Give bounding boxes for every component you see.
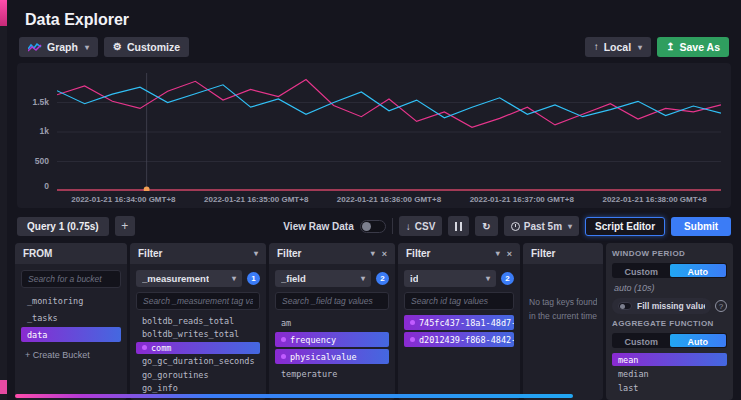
help-icon[interactable]: ?	[715, 300, 727, 312]
bucket-item[interactable]: _monitoring	[21, 293, 121, 308]
filter-header[interactable]: Filter ▾ ×	[398, 243, 520, 264]
filter-title: Filter	[406, 248, 430, 259]
time-range-dropdown[interactable]: Past 5m ▾	[504, 216, 579, 236]
bucket-item-selected[interactable]: data	[21, 327, 121, 342]
x-tick: 2022-01-21 16:36:00 GMT+8	[323, 195, 456, 204]
selected-count-badge: 2	[376, 272, 389, 285]
save-as-button[interactable]: ↥ Save As	[657, 37, 729, 57]
filter-title: Filter	[138, 248, 162, 259]
download-csv-button[interactable]: ↓ CSV	[399, 216, 443, 236]
chart-panel: 1.5k 1k 500 0 2022-01-21 16:34:00 GMT+8 …	[17, 63, 731, 208]
measurement-search-input[interactable]	[136, 292, 260, 310]
arrow-up-icon: ↑	[594, 42, 599, 52]
download-icon: ↓	[406, 221, 411, 232]
window-custom-button[interactable]: Custom	[613, 264, 670, 277]
tag-value-item-selected[interactable]: physicalvalue	[275, 349, 389, 364]
tag-value-item-selected[interactable]: frequency	[275, 332, 389, 347]
chevron-down-icon: ▾	[638, 43, 642, 52]
csv-label: CSV	[415, 221, 436, 232]
window-period-hint: auto (10s)	[612, 283, 727, 293]
toggle-knob	[362, 222, 371, 231]
query-tab[interactable]: Query 1 (0.75s)	[17, 217, 109, 236]
tag-key-dropdown[interactable]: _measurement ▾	[136, 270, 242, 287]
pause-button[interactable]	[448, 216, 469, 236]
chevron-down-icon: ▾	[486, 274, 490, 283]
selection-dot	[281, 354, 286, 359]
aggregate-auto-button[interactable]: Auto	[670, 334, 727, 347]
visualization-type-dropdown[interactable]: Graph ▾	[19, 37, 98, 57]
toggle-knob	[620, 304, 625, 309]
aggregate-custom-button[interactable]: Custom	[613, 334, 670, 347]
selection-dot	[142, 345, 147, 350]
selected-count-badge: 2	[501, 272, 514, 285]
chevron-down-icon[interactable]: ▾	[254, 249, 258, 258]
tag-key-dropdown[interactable]: id ▾	[404, 270, 496, 287]
chevron-down-icon[interactable]: ▾	[371, 249, 375, 258]
tag-value-item[interactable]: go_info	[136, 383, 260, 395]
query-builder: FROM _monitoring _tasks data + Create Bu…	[7, 241, 741, 400]
tag-value-item-selected[interactable]: 745fc437-18a1-48d7-98a6-7…	[404, 315, 514, 330]
scope-dropdown[interactable]: ↑ Local ▾	[585, 37, 651, 57]
horizontal-scrollbar[interactable]	[15, 394, 573, 398]
aggregate-function-label: AGGREGATE FUNCTION	[612, 319, 727, 328]
x-tick: 2022-01-21 16:37:00 GMT+8	[455, 195, 588, 204]
filter-panel-id: Filter ▾ × id ▾ 2	[398, 243, 520, 400]
tag-value-item[interactable]: boltdb_reads_total	[136, 315, 260, 327]
tag-value-item-selected[interactable]: comm	[136, 342, 260, 354]
bucket-search-input[interactable]	[21, 270, 121, 288]
refresh-icon: ↻	[482, 221, 490, 232]
selection-dot	[281, 337, 286, 342]
aggregate-segmented: Custom Auto	[612, 333, 727, 348]
filter-title: Filter	[531, 248, 555, 259]
main-area: Data Explorer Graph ▾ ⚙ Customize	[7, 0, 741, 400]
tag-value-item[interactable]: go_gc_duration_seconds	[136, 356, 260, 368]
tag-value-item-selected[interactable]: d2012439-f868-4842-bfef-8…	[404, 332, 514, 347]
toggle-icon	[618, 302, 632, 310]
filter-header[interactable]: Filter ▾ ×	[269, 243, 395, 264]
from-title: FROM	[23, 248, 52, 259]
selection-dot	[410, 320, 415, 325]
tag-value-item[interactable]: go_goroutines	[136, 369, 260, 381]
submit-button[interactable]: Submit	[671, 217, 731, 236]
save-as-label: Save As	[680, 41, 720, 53]
nav-rail[interactable]	[0, 0, 7, 400]
x-tick: 2022-01-21 16:35:00 GMT+8	[190, 195, 323, 204]
page-title: Data Explorer	[7, 0, 741, 31]
filter-header[interactable]: Filter ▾	[130, 243, 266, 264]
selected-count-badge: 1	[247, 272, 260, 285]
function-item[interactable]: last	[612, 382, 727, 394]
window-auto-button[interactable]: Auto	[670, 264, 727, 277]
app-window: Data Explorer Graph ▾ ⚙ Customize	[0, 0, 741, 400]
tag-value-item[interactable]: am	[275, 315, 389, 330]
window-period-label: WINDOW PERIOD	[612, 249, 727, 258]
filter-header[interactable]: Filter	[523, 243, 603, 264]
chevron-down-icon: ▾	[232, 274, 236, 283]
script-editor-button[interactable]: Script Editor	[585, 217, 665, 236]
fill-missing-values-toggle[interactable]: Fill missing values	[612, 298, 711, 314]
bucket-item[interactable]: _tasks	[21, 310, 121, 325]
clock-icon	[511, 222, 520, 231]
filter-panel-measurement: Filter ▾ _measurement ▾ 1	[130, 243, 266, 400]
id-search-input[interactable]	[404, 292, 514, 310]
filter-title: Filter	[277, 248, 301, 259]
refresh-button[interactable]: ↻	[475, 216, 497, 236]
tag-value-item[interactable]: temperature	[275, 366, 389, 381]
function-item[interactable]: median	[612, 368, 727, 380]
time-range-label: Past 5m	[524, 221, 562, 232]
scope-label: Local	[604, 41, 631, 53]
create-bucket-button[interactable]: + Create Bucket	[21, 347, 121, 363]
chevron-down-icon[interactable]: ▾	[496, 249, 500, 258]
tag-key-dropdown[interactable]: _field ▾	[275, 270, 371, 287]
line-chart	[57, 73, 721, 191]
selection-dot	[410, 337, 415, 342]
customize-button[interactable]: ⚙ Customize	[104, 37, 189, 57]
close-icon[interactable]: ×	[382, 249, 387, 259]
view-raw-data-toggle[interactable]	[360, 220, 386, 233]
chevron-down-icon: ▾	[568, 222, 572, 231]
field-search-input[interactable]	[275, 292, 389, 310]
function-item-selected[interactable]: mean	[612, 353, 727, 365]
chart-plot[interactable]	[57, 73, 721, 191]
tag-value-item[interactable]: boltdb_writes_total	[136, 329, 260, 341]
close-icon[interactable]: ×	[507, 249, 512, 259]
add-query-button[interactable]: +	[115, 216, 135, 236]
